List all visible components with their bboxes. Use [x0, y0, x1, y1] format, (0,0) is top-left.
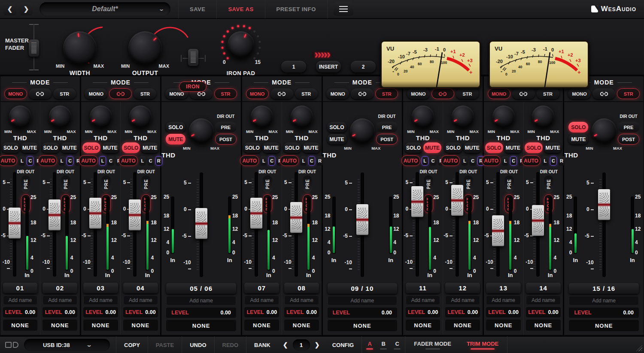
pre-button[interactable]: PRE [544, 175, 553, 193]
resize-grip[interactable] [635, 344, 642, 351]
solo-button[interactable]: SOLO [243, 142, 261, 153]
solo-button[interactable]: SOLO [42, 142, 60, 153]
fader-track[interactable] [13, 172, 16, 277]
channel-name-input[interactable] [43, 296, 77, 305]
auto-button[interactable]: AUTO [482, 155, 501, 166]
auto-button[interactable]: AUTO [522, 155, 541, 166]
mode-mono-button[interactable]: MONO [4, 88, 27, 99]
fader-track[interactable] [456, 172, 459, 277]
pre-button[interactable]: PRE [101, 175, 111, 193]
route-button[interactable]: NONE [3, 320, 38, 331]
auto-button[interactable]: AUTO [38, 155, 57, 166]
mode-str-button[interactable]: STR [456, 88, 479, 99]
trim-mode-button[interactable]: TRIM MODE [459, 336, 506, 353]
thd-knob[interactable] [49, 106, 71, 128]
layer-c-button[interactable]: C [390, 336, 404, 353]
width-knob[interactable] [63, 31, 97, 65]
mute-button[interactable]: MUTE [166, 134, 185, 145]
mute-button[interactable]: MUTE [101, 142, 119, 153]
save-as-button[interactable]: SAVE AS [216, 0, 264, 18]
level-display[interactable]: LEVEL0.00 [569, 308, 638, 318]
undo-button[interactable]: UNDO [183, 336, 213, 353]
fader-track[interactable] [361, 172, 364, 277]
post-button[interactable]: POST [376, 134, 398, 145]
mode-mono-button[interactable]: MONO [246, 88, 269, 99]
mode-link-button[interactable] [431, 88, 454, 99]
pan-left-button[interactable]: L [422, 156, 428, 166]
channel-name-input[interactable] [244, 296, 279, 305]
auto-button[interactable]: AUTO [401, 155, 420, 166]
preset-dropdown[interactable]: Default* ⌄ [39, 2, 170, 16]
mute-button[interactable]: MUTE [61, 142, 79, 153]
level-display[interactable]: LEVEL0.00 [445, 307, 480, 317]
channel-name-input[interactable] [284, 296, 319, 305]
pan-center-button[interactable]: C [550, 156, 557, 166]
post-button[interactable]: POST [618, 134, 639, 145]
layer-a-button[interactable]: A [363, 336, 377, 353]
solo-button[interactable]: SOLO [444, 142, 462, 153]
mute-button[interactable]: MUTE [568, 134, 588, 145]
pre-button[interactable]: PRE [263, 175, 272, 193]
insert-1-button[interactable]: 1 [281, 61, 306, 72]
mode-link-button[interactable] [351, 88, 374, 99]
thd-knob[interactable] [90, 106, 112, 128]
iron-pad-knob[interactable] [228, 31, 254, 58]
channel-name-input[interactable] [83, 296, 118, 305]
thd-knob[interactable] [592, 118, 617, 143]
pan-left-button[interactable]: L [300, 156, 307, 166]
route-button[interactable]: NONE [166, 320, 236, 331]
pan-center-button[interactable]: C [107, 156, 114, 166]
usb-id-dropdown[interactable]: USB ID:38 ⌄ [24, 339, 110, 351]
pre-button[interactable]: PRE [215, 122, 237, 133]
pre-button[interactable]: PRE [464, 175, 473, 193]
mute-button[interactable]: MUTE [21, 142, 39, 153]
mode-link-button[interactable] [270, 88, 293, 99]
auto-button[interactable]: AUTO [280, 155, 299, 166]
fader-track[interactable] [133, 172, 137, 277]
insert-button[interactable]: INSERT [316, 61, 341, 72]
auto-button[interactable]: AUTO [79, 155, 98, 166]
insert-2-button[interactable]: 2 [351, 61, 376, 72]
bank-prev-button[interactable]: ❮ [280, 339, 291, 350]
master-fader-slider[interactable] [28, 24, 39, 70]
level-display[interactable]: LEVEL0.00 [166, 308, 236, 318]
mode-link-button[interactable] [592, 88, 615, 99]
preset-prev-button[interactable]: ❮ [3, 3, 16, 15]
auto-button[interactable]: AUTO [240, 155, 259, 166]
route-button[interactable]: NONE [526, 320, 561, 331]
channel-name-input[interactable] [166, 296, 236, 305]
fader-thumb[interactable] [598, 189, 610, 220]
route-button[interactable]: NONE [43, 320, 77, 331]
fader-thumb[interactable] [195, 208, 207, 239]
auto-button[interactable]: AUTO [119, 155, 138, 166]
fader-mode-button[interactable]: FADER MODE [406, 336, 459, 353]
fader-thumb[interactable] [129, 199, 141, 230]
pre-button[interactable]: PRE [303, 175, 312, 193]
mode-link-button[interactable] [512, 88, 535, 99]
thd-knob[interactable] [350, 118, 375, 143]
fader-track[interactable] [295, 172, 298, 277]
fader-track[interactable] [536, 172, 540, 277]
iron-slider-thumb[interactable] [188, 49, 198, 66]
route-button[interactable]: NONE [486, 320, 521, 331]
level-display[interactable]: LEVEL0.00 [83, 307, 118, 317]
preset-info-button[interactable]: PRESET INFO [265, 0, 328, 18]
paste-button[interactable]: PASTE [149, 336, 181, 353]
fader-thumb[interactable] [532, 205, 544, 236]
level-display[interactable]: LEVEL0.00 [328, 308, 397, 318]
pan-center-button[interactable]: C [268, 156, 275, 166]
pan-center-button[interactable]: C [430, 156, 437, 166]
fader-track[interactable] [94, 172, 97, 277]
thd-knob[interactable] [291, 106, 313, 128]
fader-thumb[interactable] [451, 185, 463, 216]
fader-thumb[interactable] [356, 204, 368, 235]
copy-button[interactable]: COPY [117, 336, 147, 353]
channel-name-input[interactable] [3, 296, 38, 305]
pan-center-button[interactable]: C [67, 156, 73, 166]
thd-knob[interactable] [9, 106, 31, 128]
route-button[interactable]: NONE [569, 320, 638, 331]
iron-slider[interactable] [182, 50, 204, 51]
preset-next-button[interactable]: ❯ [20, 3, 33, 15]
menu-button[interactable] [334, 2, 353, 16]
mute-button[interactable]: MUTE [504, 142, 522, 153]
